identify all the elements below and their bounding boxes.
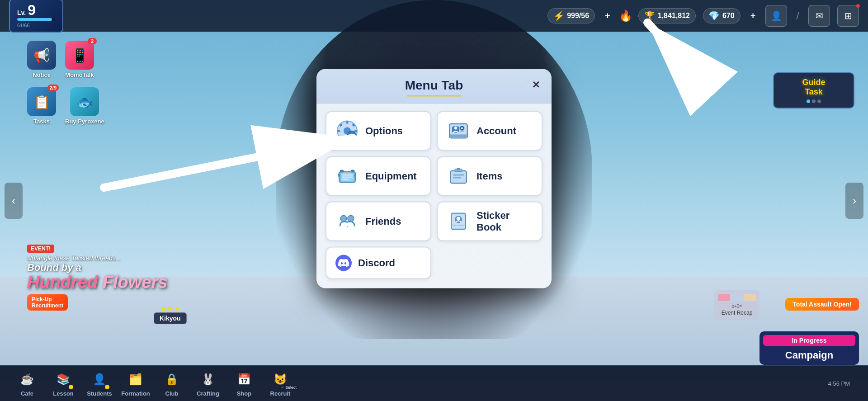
total-assault-label: Total Assault Open!: [793, 301, 852, 308]
svg-point-16: [454, 127, 457, 129]
students-label: Students: [87, 390, 112, 397]
right-panel: GuideTask: [773, 72, 854, 109]
svg-rect-3: [346, 138, 348, 141]
nav-item-shop[interactable]: 📅 Shop: [226, 370, 262, 397]
nav-item-students[interactable]: 👤 Students: [81, 370, 118, 397]
equipment-icon: [335, 164, 359, 188]
formation-label: Formation: [121, 390, 150, 397]
mail-button[interactable]: ✉: [808, 5, 830, 27]
guide-task-title: GuideTask: [778, 78, 849, 97]
energy-resource: ⚡ 999/56: [547, 8, 595, 24]
nav-item-formation[interactable]: 🗂️ Formation: [118, 370, 154, 397]
page-arrow-right[interactable]: ›: [845, 183, 863, 219]
event-hundred: Hundred: [27, 273, 98, 292]
options-icon: [335, 119, 359, 142]
gems-resource: 💎 670: [703, 8, 741, 24]
event-recap-box[interactable]: x+0= Event Recap: [714, 290, 760, 320]
svg-rect-31: [453, 174, 464, 175]
buypyroxene-icon-bg: 🐟: [70, 87, 99, 116]
currency-resource: 🏆 1,841,812: [638, 8, 696, 24]
recruit-label: Recruit: [270, 390, 291, 397]
notice-label: Notice: [33, 71, 51, 78]
time-display: 4:56 PM: [828, 380, 859, 387]
event-label: EVENT!: [27, 245, 54, 253]
shop-label: Shop: [237, 390, 252, 397]
svg-point-35: [348, 215, 354, 222]
flame-icon: 🔥: [620, 10, 631, 21]
menu-grid-button[interactable]: ⊞: [837, 5, 859, 27]
menu-modal-header: Menu Tab ×: [316, 69, 552, 104]
tasks-badge: 2/9: [47, 85, 59, 91]
momotalk-badge: 2: [88, 38, 97, 44]
svg-point-18: [461, 127, 463, 129]
divider: /: [796, 9, 799, 22]
event-line1: Bound by a: [27, 262, 172, 274]
cafe-label: Cafe: [21, 390, 33, 397]
sidebar-item-buypyroxene[interactable]: 🐟 Buy Pyroxene: [65, 87, 104, 125]
shop-icon: 📅: [235, 370, 253, 388]
club-icon: 🔒: [163, 370, 181, 388]
character-card: ★★★ Kikyou: [154, 305, 187, 324]
gems-plus-button[interactable]: +: [748, 10, 759, 22]
nav-item-cafe[interactable]: ☕ Cafe: [9, 370, 45, 397]
bottom-nav: ☕ Cafe 📚 Lesson 👤 Students 🗂️ Formation …: [0, 365, 868, 401]
exp-bar-bg: [17, 18, 55, 21]
menu-modal: Menu Tab ×: [316, 69, 552, 288]
top-bar: Lv. 9 61/66 ⚡ 999/56 + 🔥 🏆 1,841,812 💎 6…: [0, 0, 868, 32]
guide-dots: [778, 99, 849, 103]
page-arrow-left[interactable]: ‹: [5, 183, 23, 219]
svg-rect-2: [346, 121, 348, 123]
event-banner[interactable]: EVENT! Untangle these Twisted threads...…: [27, 244, 172, 311]
event-recap-label: Event Recap: [718, 310, 756, 316]
event-flowers: Flowers: [103, 273, 168, 292]
icon-row-2: 📋 2/9 Tasks 🐟 Buy Pyroxene: [27, 87, 104, 125]
event-subtitle: Untangle these Twisted threads...: [27, 255, 172, 262]
svg-point-39: [457, 217, 460, 220]
campaign-box[interactable]: In Progress Campaign: [760, 331, 859, 365]
guide-dot-3: [817, 99, 821, 103]
items-icon: [447, 164, 470, 188]
menu-modal-close-button[interactable]: ×: [528, 76, 544, 92]
exp-value: 61/66: [17, 23, 30, 28]
energy-plus-button[interactable]: +: [602, 10, 613, 22]
total-assault-banner[interactable]: Total Assault Open!: [785, 298, 859, 311]
discord-icon: [335, 255, 352, 271]
options-label: Options: [365, 125, 403, 137]
equipment-label: Equipment: [365, 170, 417, 182]
svg-rect-32: [453, 177, 461, 178]
nav-item-crafting[interactable]: 🐰 Crafting: [190, 370, 226, 397]
nav-item-lesson[interactable]: 📚 Lesson: [45, 370, 81, 397]
friends-icon: [335, 209, 359, 233]
menu-button-discord[interactable]: Discord: [326, 247, 431, 279]
lesson-label: Lesson: [53, 390, 74, 397]
menu-modal-grid: Options Accou: [316, 104, 552, 288]
friends-label: Friends: [365, 215, 401, 227]
stickerbook-label: StickerBook: [476, 209, 509, 233]
profile-button[interactable]: 👤: [765, 5, 787, 27]
lv-label: Lv.: [17, 9, 26, 16]
recruit-icon: 😺 ✓ Select: [271, 370, 289, 388]
pickup-button[interactable]: Pick-UpRecruitment: [27, 294, 68, 311]
energy-value: 999/56: [567, 12, 589, 20]
tasks-icon-bg: 📋 2/9: [27, 87, 56, 116]
menu-button-stickerbook[interactable]: StickerBook: [437, 201, 542, 241]
discord-label: Discord: [358, 257, 395, 269]
svg-rect-24: [340, 170, 344, 172]
sidebar-item-momotalk[interactable]: 📱 2 MomoTalk: [65, 41, 94, 78]
sidebar-item-tasks[interactable]: 📋 2/9 Tasks: [27, 87, 56, 125]
svg-rect-14: [450, 134, 467, 137]
sidebar-item-notice[interactable]: 📢 Notice: [27, 41, 56, 78]
svg-rect-27: [342, 176, 353, 178]
menu-button-friends[interactable]: Friends: [326, 201, 431, 241]
menu-button-account[interactable]: Account: [437, 111, 542, 151]
svg-point-34: [340, 215, 347, 222]
campaign-title: Campaign: [760, 348, 859, 365]
nav-item-club[interactable]: 🔒 Club: [154, 370, 190, 397]
guide-task-box[interactable]: GuideTask: [773, 72, 854, 109]
menu-button-options[interactable]: Options: [326, 111, 431, 151]
menu-button-items[interactable]: Items: [437, 156, 542, 196]
lightning-icon: ⚡: [553, 10, 564, 21]
exp-bar-fill: [17, 18, 52, 21]
nav-item-recruit[interactable]: 😺 ✓ Select Recruit: [262, 370, 298, 397]
menu-button-equipment[interactable]: Equipment: [326, 156, 431, 196]
